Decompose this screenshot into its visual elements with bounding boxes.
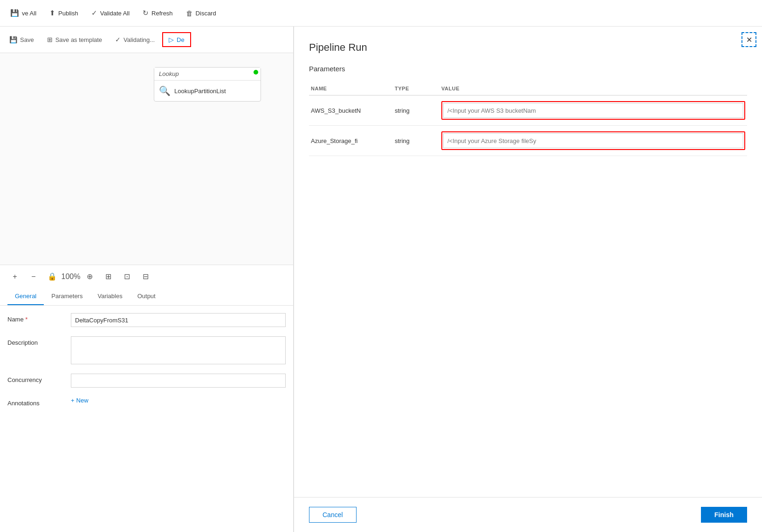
node-body: 🔍 LookupPartitionList bbox=[154, 81, 261, 101]
publish-button[interactable]: ⬆ Publish bbox=[43, 6, 85, 20]
cancel-button[interactable]: Cancel bbox=[309, 507, 357, 523]
name-label: Name * bbox=[7, 313, 63, 323]
left-panel: 💾 Save ⊞ Save as template ✓ Validating..… bbox=[0, 27, 294, 532]
zoom-level-icon: 100% bbox=[62, 273, 81, 281]
zoom-out-button[interactable]: − bbox=[26, 269, 41, 284]
plus-annotation-icon: + bbox=[71, 397, 75, 404]
expand-button[interactable]: ⊡ bbox=[119, 269, 134, 284]
plus-icon: + bbox=[13, 273, 17, 281]
top-toolbar: 💾 ve All ⬆ Publish ✓ Validate All ↻ Refr… bbox=[0, 0, 762, 27]
node-status-indicator bbox=[254, 70, 258, 75]
tab-general[interactable]: General bbox=[7, 288, 44, 305]
minus-icon: − bbox=[31, 273, 35, 281]
param-value-input-1[interactable] bbox=[443, 103, 743, 118]
refresh-icon: ↻ bbox=[143, 9, 149, 17]
properties-panel: Name * Description Concurrency Annotatio… bbox=[0, 306, 293, 532]
save-small-icon: 💾 bbox=[9, 36, 17, 43]
save-button[interactable]: 💾 Save bbox=[4, 33, 40, 46]
select-button[interactable]: ⊞ bbox=[101, 269, 116, 284]
fit-icon: ⊕ bbox=[87, 272, 93, 281]
parameters-table: NAME TYPE VALUE AWS_S3_bucketN string bbox=[309, 82, 747, 156]
pipeline-run-panel: ✕ Pipeline Run Parameters NAME TYPE VALU… bbox=[294, 27, 762, 532]
close-button[interactable]: ✕ bbox=[741, 32, 756, 47]
col-header-type: TYPE bbox=[393, 82, 439, 95]
annotations-label: Annotations bbox=[7, 397, 63, 407]
pipeline-node[interactable]: Lookup 🔍 LookupPartitionList bbox=[154, 67, 261, 102]
debug-button[interactable]: ▷ De bbox=[162, 32, 191, 47]
value-input-wrapper-2 bbox=[441, 131, 745, 150]
concurrency-label: Concurrency bbox=[7, 374, 63, 383]
canvas-toolbar: + − 🔒 100% ⊕ ⊞ ⊡ ⊟ bbox=[0, 265, 293, 288]
validate-icon: ✓ bbox=[115, 36, 121, 43]
col-header-value: VALUE bbox=[439, 82, 747, 95]
name-row: Name * bbox=[7, 313, 286, 327]
new-annotation-button[interactable]: + New bbox=[71, 397, 89, 404]
dialog-title: Pipeline Run bbox=[309, 41, 747, 54]
description-label: Description bbox=[7, 336, 63, 346]
save-as-template-button[interactable]: ⊞ Save as template bbox=[41, 33, 108, 46]
template-icon: ⊞ bbox=[47, 36, 53, 43]
required-indicator: * bbox=[25, 316, 27, 323]
second-toolbar: 💾 Save ⊞ Save as template ✓ Validating..… bbox=[0, 27, 293, 53]
check-icon: ✓ bbox=[91, 9, 97, 17]
zoom-reset-button[interactable]: 100% bbox=[63, 269, 78, 284]
value-input-wrapper-1 bbox=[441, 101, 745, 120]
param-name-1: AWS_S3_bucketN bbox=[309, 95, 393, 126]
description-row: Description bbox=[7, 336, 286, 364]
table-row: Azure_Storage_fi string bbox=[309, 126, 747, 156]
param-value-cell-2 bbox=[439, 126, 747, 156]
lookup-icon: 🔍 bbox=[159, 85, 171, 96]
grid-icon: ⊟ bbox=[143, 272, 149, 281]
param-value-cell-1 bbox=[439, 95, 747, 126]
lock-icon: 🔒 bbox=[48, 272, 57, 281]
param-name-2: Azure_Storage_fi bbox=[309, 126, 393, 156]
discard-button[interactable]: 🗑 Discard bbox=[179, 7, 223, 20]
main-layout: 💾 Save ⊞ Save as template ✓ Validating..… bbox=[0, 27, 762, 532]
concurrency-row: Concurrency bbox=[7, 374, 286, 388]
close-icon: ✕ bbox=[746, 35, 752, 44]
annotations-row: Annotations + New bbox=[7, 397, 286, 407]
select-icon: ⊞ bbox=[105, 272, 111, 281]
tab-parameters[interactable]: Parameters bbox=[44, 288, 90, 305]
param-value-input-2[interactable] bbox=[443, 133, 743, 148]
bottom-tabs: General Parameters Variables Output bbox=[0, 288, 293, 306]
node-label: LookupPartitionList bbox=[174, 88, 226, 95]
table-row: AWS_S3_bucketN string bbox=[309, 95, 747, 126]
finish-button[interactable]: Finish bbox=[701, 507, 747, 523]
refresh-button[interactable]: ↻ Refresh bbox=[136, 6, 179, 20]
validating-button[interactable]: ✓ Validating... bbox=[110, 33, 160, 46]
param-type-1: string bbox=[393, 95, 439, 126]
canvas-area[interactable]: Lookup 🔍 LookupPartitionList bbox=[0, 53, 293, 265]
lock-button[interactable]: 🔒 bbox=[45, 269, 60, 284]
tab-output[interactable]: Output bbox=[130, 288, 163, 305]
fit-button[interactable]: ⊕ bbox=[82, 269, 97, 284]
validate-all-button[interactable]: ✓ Validate All bbox=[85, 6, 136, 20]
tab-variables[interactable]: Variables bbox=[90, 288, 130, 305]
grid-button[interactable]: ⊟ bbox=[138, 269, 153, 284]
save-icon: 💾 bbox=[10, 9, 19, 17]
discard-icon: 🗑 bbox=[186, 9, 193, 17]
dialog-subtitle: Parameters bbox=[309, 65, 747, 73]
zoom-in-button[interactable]: + bbox=[7, 269, 22, 284]
param-type-2: string bbox=[393, 126, 439, 156]
save-all-button[interactable]: 💾 ve All bbox=[4, 6, 43, 20]
upload-icon: ⬆ bbox=[49, 9, 55, 17]
concurrency-input[interactable] bbox=[71, 374, 286, 388]
description-textarea[interactable] bbox=[71, 336, 286, 364]
expand-icon: ⊡ bbox=[124, 272, 130, 281]
col-header-name: NAME bbox=[309, 82, 393, 95]
name-input[interactable] bbox=[71, 313, 286, 327]
debug-play-icon: ▷ bbox=[169, 36, 174, 43]
node-header-text: Lookup bbox=[154, 68, 261, 81]
dialog-footer: Cancel Finish bbox=[294, 497, 762, 532]
